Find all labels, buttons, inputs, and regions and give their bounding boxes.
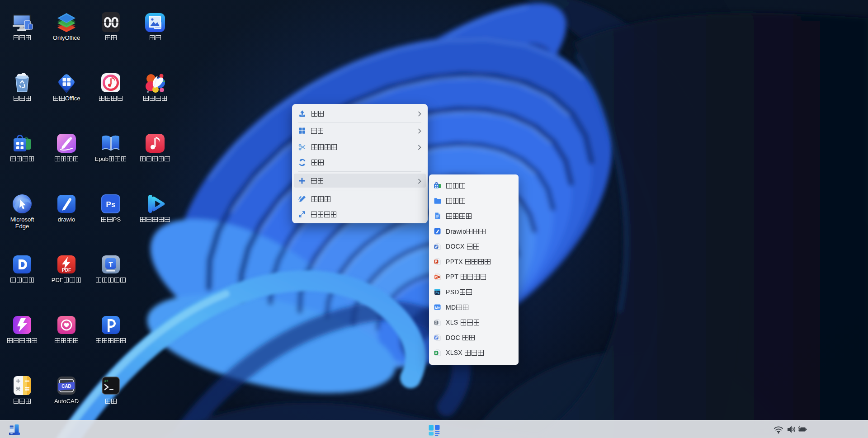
svg-text:CAD: CAD — [61, 384, 71, 389]
svg-text:Ps: Ps — [106, 200, 116, 209]
svg-text:M: M — [435, 306, 438, 310]
svg-text:#!: #! — [104, 379, 109, 383]
svg-text:Ps: Ps — [435, 291, 439, 294]
svg-text:P: P — [435, 260, 437, 263]
svg-text:PDF: PDF — [62, 268, 71, 273]
svg-text:T: T — [108, 260, 113, 268]
svg-text:X: X — [435, 351, 437, 354]
svg-text:P: P — [435, 275, 437, 278]
svg-text:W: W — [434, 336, 438, 339]
svg-text:W: W — [434, 245, 438, 248]
svg-text:X: X — [435, 321, 437, 324]
